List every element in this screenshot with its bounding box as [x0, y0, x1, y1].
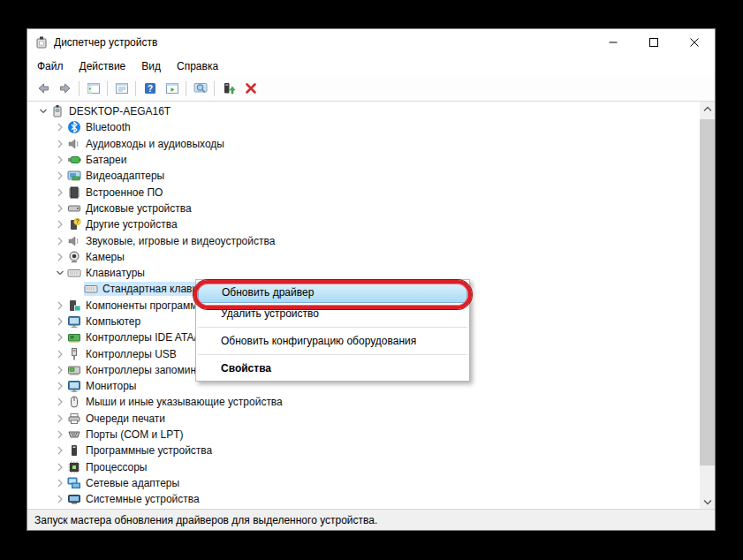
minimize-button[interactable]	[593, 29, 633, 56]
chevron-up-icon	[701, 102, 715, 117]
tree-item[interactable]: Батареи	[27, 152, 700, 168]
tree-item[interactable]: DESKTOP-AEGA16T	[27, 103, 700, 119]
chevron-right-icon[interactable]	[53, 347, 67, 361]
chevron-right-icon[interactable]	[53, 250, 67, 264]
scroll-up-button[interactable]	[700, 102, 715, 117]
menubar-item[interactable]: Вид	[133, 57, 169, 75]
back-button[interactable]	[32, 78, 54, 99]
device-manager-icon	[34, 35, 49, 49]
chevron-right-icon[interactable]	[53, 153, 67, 167]
tree-item-label: Звуковые, игровые и видеоустройства	[83, 234, 278, 248]
chevron-right-icon[interactable]	[53, 217, 67, 231]
tree-item-label: Другие устройства	[83, 217, 181, 231]
chevron-right-icon[interactable]	[53, 185, 67, 200]
vertical-scrollbar[interactable]	[700, 102, 715, 509]
context-menu-item[interactable]: Обновить драйвер	[198, 282, 467, 303]
back-icon	[36, 81, 50, 95]
ide-controller-icon	[67, 330, 83, 344]
chevron-right-icon[interactable]	[53, 363, 67, 377]
tree-item[interactable]: Порты (COM и LPT)	[27, 427, 700, 443]
bluetooth-icon	[67, 120, 83, 134]
chevron-right-icon[interactable]	[53, 169, 67, 183]
chevron-right-icon[interactable]	[53, 428, 67, 442]
context-menu-separator	[198, 354, 467, 355]
uninstall-device-button[interactable]	[239, 78, 262, 99]
software-device-icon	[67, 443, 83, 458]
context-menu-item[interactable]: Обновить конфигурацию оборудования	[196, 330, 469, 352]
unknown-device-icon: ?	[67, 217, 83, 231]
sound-icon	[67, 234, 83, 248]
menubar-item[interactable]: Файл	[29, 57, 72, 75]
context-menu: Обновить драйверУдалить устройствоОбнови…	[195, 279, 470, 382]
properties-button[interactable]	[110, 78, 133, 99]
console-tree-button[interactable]	[82, 78, 104, 99]
action-pane-button[interactable]	[161, 78, 183, 99]
chevron-right-icon[interactable]	[53, 443, 67, 458]
computer-icon	[50, 104, 66, 118]
chevron-right-icon[interactable]	[53, 460, 67, 474]
chevron-right-icon[interactable]	[53, 299, 67, 313]
tree-item[interactable]: Системные устройства	[27, 491, 700, 507]
context-menu-item[interactable]: Свойства	[196, 358, 469, 379]
chevron-right-icon[interactable]	[53, 234, 67, 248]
update-driver-button[interactable]	[217, 78, 239, 99]
tree-item[interactable]: Встроенное ПО	[27, 184, 700, 200]
close-button[interactable]	[674, 29, 715, 56]
chevron-right-icon[interactable]	[53, 120, 67, 134]
tree-item[interactable]: Программные устройства	[27, 443, 700, 458]
chevron-right-icon[interactable]	[53, 137, 67, 151]
tree-item[interactable]: Аудиовходы и аудиовыходы	[27, 136, 700, 152]
help-button[interactable]: ?	[139, 78, 161, 99]
monitor-pc-icon	[67, 314, 83, 329]
tree-item-label: Компьютер	[83, 314, 144, 329]
tree-item[interactable]: Bluetooth	[27, 119, 700, 135]
tree-item[interactable]: Процессоры	[27, 459, 700, 475]
tree-item-label: Системные устройства	[83, 492, 203, 506]
camera-icon	[67, 250, 83, 264]
toolbar: ?	[27, 76, 715, 102]
console-tree-icon	[87, 81, 101, 95]
tree-item[interactable]: Звуковые, игровые и видеоустройства	[27, 232, 700, 248]
printer-icon	[67, 412, 83, 426]
chevron-right-icon[interactable]	[53, 379, 67, 393]
status-bar: Запуск мастера обновления драйверов для …	[27, 509, 715, 530]
scan-hardware-button[interactable]	[189, 78, 211, 99]
menubar-item[interactable]: Действие	[72, 57, 134, 75]
svg-text:?: ?	[147, 84, 152, 94]
network-adapter-icon	[67, 476, 83, 490]
screenshot-root: { "window": { "title": "Диспетчер устрой…	[0, 0, 743, 560]
storage-controller-icon	[67, 363, 83, 377]
title-bar: Диспетчер устройств	[27, 29, 715, 56]
menubar-item[interactable]: Справка	[169, 57, 226, 75]
tree-item-label: Сетевые адаптеры	[83, 476, 183, 490]
tree-item-label: Bluetooth	[83, 120, 134, 134]
chevron-down-icon[interactable]	[53, 266, 67, 280]
context-menu-item[interactable]: Удалить устройство	[196, 303, 469, 324]
scroll-down-button[interactable]	[700, 494, 715, 509]
tree-item[interactable]: Очереди печати	[27, 411, 700, 427]
software-component-icon	[67, 299, 83, 313]
chevron-right-icon[interactable]	[53, 201, 67, 216]
chevron-right-icon[interactable]	[53, 492, 67, 506]
tree-item[interactable]: Видеоадаптеры	[27, 168, 700, 184]
scrollbar-thumb[interactable]	[700, 119, 715, 465]
tree-item-label: Батареи	[83, 153, 130, 167]
tree-item[interactable]: Камеры	[27, 249, 700, 265]
tree-item-label: Мыши и иные указывающие устройства	[83, 395, 286, 409]
chevron-right-icon[interactable]	[53, 330, 67, 344]
forward-button[interactable]	[54, 78, 76, 99]
chevron-right-icon[interactable]	[53, 476, 67, 490]
mouse-icon	[67, 395, 83, 409]
chevron-right-icon[interactable]	[53, 314, 67, 329]
uninstall-device-icon	[244, 81, 258, 95]
tree-item[interactable]: Дисковые устройства	[27, 201, 700, 216]
maximize-button[interactable]	[633, 29, 674, 56]
tree-item[interactable]: ?Другие устройства	[27, 216, 700, 232]
tree-item[interactable]: Устройства HID (Human Interface Devices)	[27, 507, 700, 509]
tree-item[interactable]: Мыши и иные указывающие устройства	[27, 394, 700, 410]
chevron-right-icon[interactable]	[53, 395, 67, 409]
chevron-right-icon[interactable]	[53, 412, 67, 426]
tree-item[interactable]: Сетевые адаптеры	[27, 475, 700, 491]
chevron-down-icon[interactable]	[36, 104, 50, 118]
tree-item-label: Контроллеры USB	[83, 347, 180, 361]
